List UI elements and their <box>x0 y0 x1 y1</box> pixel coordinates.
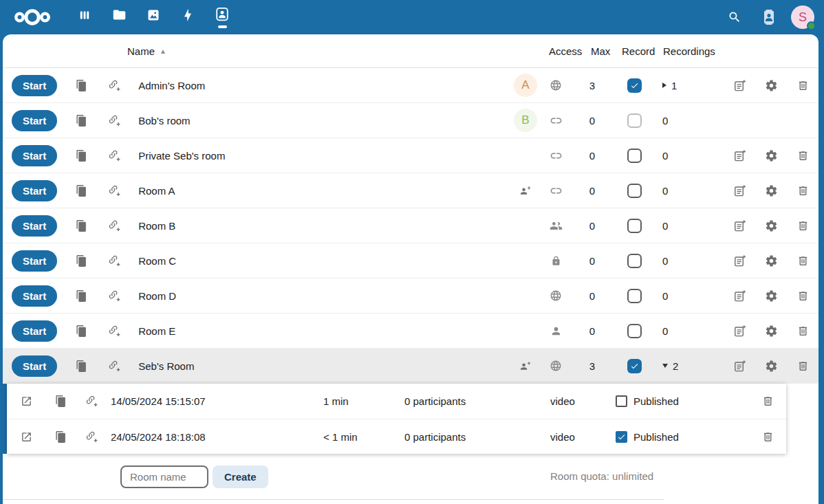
edit-recording-icon[interactable] <box>733 254 746 267</box>
recordings-section: 14/05/2024 15:15:071 min0 participantsvi… <box>3 384 818 454</box>
record-checkbox[interactable] <box>627 78 642 93</box>
copy-icon[interactable] <box>76 184 87 197</box>
room-row-details: 00 <box>509 173 818 208</box>
copy-icon[interactable] <box>76 254 87 267</box>
settings-icon[interactable] <box>765 325 778 338</box>
start-button[interactable]: Start <box>12 320 57 342</box>
settings-icon[interactable] <box>765 219 778 232</box>
record-checkbox[interactable] <box>627 289 642 303</box>
start-button[interactable]: Start <box>12 355 57 377</box>
column-header-name[interactable]: Name ▲ <box>3 45 509 57</box>
nextcloud-logo[interactable] <box>12 5 52 30</box>
app-button-files[interactable] <box>102 0 136 34</box>
edit-recording-icon[interactable] <box>733 149 746 162</box>
start-button[interactable]: Start <box>12 145 57 166</box>
copy-icon[interactable] <box>76 114 87 127</box>
link-plus-icon[interactable] <box>85 430 98 443</box>
link-plus-icon[interactable] <box>108 360 121 373</box>
settings-icon[interactable] <box>765 149 778 162</box>
copy-icon[interactable] <box>55 430 67 443</box>
link-plus-icon[interactable] <box>108 149 121 162</box>
start-button[interactable]: Start <box>12 180 57 201</box>
expand-recordings-icon[interactable] <box>662 83 666 88</box>
delete-icon[interactable] <box>797 290 809 302</box>
copy-icon[interactable] <box>76 360 87 373</box>
user-avatar[interactable]: S <box>791 6 814 29</box>
link-plus-icon[interactable] <box>108 79 121 92</box>
copy-icon[interactable] <box>76 149 87 162</box>
record-checkbox[interactable] <box>627 184 642 198</box>
start-button[interactable]: Start <box>12 75 57 96</box>
recordings-cell[interactable]: 2 <box>653 360 678 372</box>
app-menu <box>67 0 239 34</box>
copy-icon[interactable] <box>76 289 87 303</box>
copy-icon[interactable] <box>76 325 87 338</box>
delete-icon[interactable] <box>797 80 809 91</box>
delete-icon[interactable] <box>797 185 809 197</box>
start-button[interactable]: Start <box>12 250 57 272</box>
record-checkbox[interactable] <box>627 254 642 268</box>
settings-icon[interactable] <box>765 289 778 303</box>
room-name-input[interactable] <box>120 465 208 488</box>
copy-icon[interactable] <box>76 79 87 92</box>
app-button-activity[interactable] <box>171 0 205 34</box>
start-button[interactable]: Start <box>12 285 57 307</box>
record-checkbox[interactable] <box>627 359 642 373</box>
published-label: Published <box>633 395 679 407</box>
settings-icon[interactable] <box>765 79 778 92</box>
copy-icon[interactable] <box>55 395 67 408</box>
edit-recording-icon[interactable] <box>733 79 746 92</box>
delete-icon[interactable] <box>797 150 809 162</box>
delete-icon[interactable] <box>797 255 809 267</box>
link-plus-icon[interactable] <box>108 184 121 197</box>
app-button-meeting-rooms-app[interactable] <box>205 0 239 34</box>
contacts-icon[interactable] <box>757 5 781 30</box>
room-row-details: 00 <box>509 278 818 313</box>
room-name: Room D <box>138 290 509 302</box>
edit-recording-icon[interactable] <box>733 219 746 232</box>
published-checkbox[interactable] <box>616 431 627 443</box>
settings-icon[interactable] <box>765 360 778 373</box>
link-plus-icon[interactable] <box>85 395 98 408</box>
app-button-dashboard[interactable] <box>67 0 102 34</box>
link-plus-icon[interactable] <box>108 254 121 267</box>
start-button[interactable]: Start <box>12 110 57 131</box>
edit-recording-icon[interactable] <box>733 184 746 197</box>
link-plus-icon[interactable] <box>108 219 121 232</box>
link-plus-icon[interactable] <box>108 289 121 303</box>
published-checkbox[interactable] <box>616 395 627 407</box>
record-checkbox[interactable] <box>627 149 642 163</box>
app-button-photos[interactable] <box>136 0 171 34</box>
delete-icon[interactable] <box>797 220 809 232</box>
room-name: Room B <box>138 220 509 232</box>
recordings-cell: 0 <box>653 220 668 232</box>
settings-icon[interactable] <box>765 184 778 197</box>
record-checkbox[interactable] <box>627 324 642 338</box>
copy-icon[interactable] <box>76 219 87 232</box>
link-plus-icon[interactable] <box>108 114 121 127</box>
link-plus-icon[interactable] <box>108 325 121 338</box>
room-row-details: 00 <box>509 138 818 173</box>
open-external-icon[interactable] <box>21 431 32 443</box>
edit-recording-icon[interactable] <box>733 325 746 338</box>
delete-icon[interactable] <box>797 325 809 337</box>
delete-icon[interactable] <box>762 431 774 443</box>
search-icon[interactable] <box>722 5 747 30</box>
start-button[interactable]: Start <box>12 215 57 237</box>
column-header-max: Max <box>591 45 610 57</box>
recordings-cell[interactable]: 1 <box>653 80 677 91</box>
folder-icon <box>112 8 127 22</box>
create-room-button[interactable]: Create <box>213 465 268 488</box>
column-header-record: Record <box>622 45 655 57</box>
delete-icon[interactable] <box>762 395 774 407</box>
delete-icon[interactable] <box>797 360 809 372</box>
edit-recording-icon[interactable] <box>733 289 746 303</box>
access-cell <box>551 256 561 266</box>
edit-recording-icon[interactable] <box>733 360 746 373</box>
active-app-indicator <box>218 25 227 28</box>
room-name: Room C <box>138 255 509 267</box>
collapse-recordings-icon[interactable] <box>662 364 668 368</box>
record-checkbox[interactable] <box>627 219 642 233</box>
open-external-icon[interactable] <box>21 395 32 407</box>
settings-icon[interactable] <box>765 254 778 267</box>
